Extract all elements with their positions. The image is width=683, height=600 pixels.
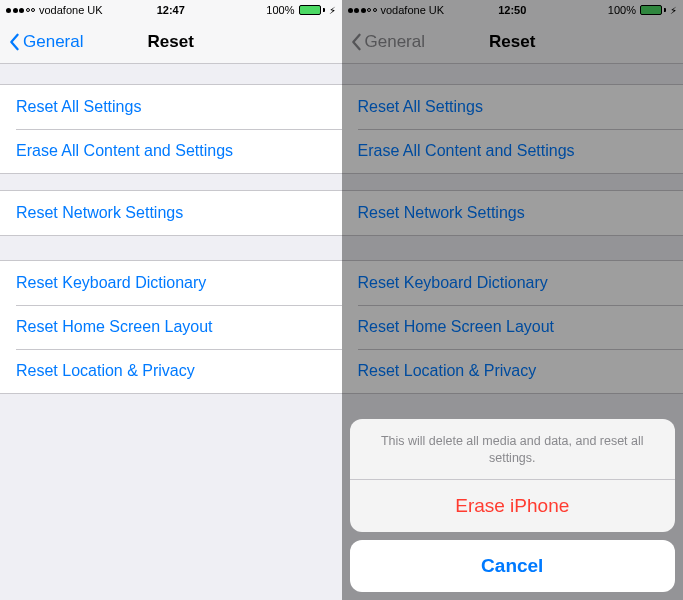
erase-all-content-row[interactable]: Erase All Content and Settings	[342, 129, 684, 173]
action-sheet: This will delete all media and data, and…	[350, 419, 676, 592]
row-label: Reset Location & Privacy	[16, 362, 195, 380]
reset-all-settings-row[interactable]: Reset All Settings	[0, 85, 342, 129]
status-left: vodafone UK	[348, 4, 445, 16]
row-label: Reset Network Settings	[358, 204, 525, 222]
reset-all-settings-row[interactable]: Reset All Settings	[342, 85, 684, 129]
carrier-label: vodafone UK	[39, 4, 103, 16]
section-1: Reset All Settings Erase All Content and…	[342, 84, 684, 174]
action-sheet-group: This will delete all media and data, and…	[350, 419, 676, 532]
status-right: 100% ⚡︎	[266, 4, 335, 16]
section-3: Reset Keyboard Dictionary Reset Home Scr…	[342, 260, 684, 394]
chevron-left-icon	[350, 33, 362, 51]
status-bar: vodafone UK 12:47 100% ⚡︎	[0, 0, 342, 20]
section-3: Reset Keyboard Dictionary Reset Home Scr…	[0, 260, 342, 394]
row-label: Reset Home Screen Layout	[16, 318, 213, 336]
battery-pct-label: 100%	[266, 4, 294, 16]
screenshot-left: vodafone UK 12:47 100% ⚡︎ General Reset …	[0, 0, 342, 600]
clock-label: 12:47	[157, 4, 185, 16]
reset-keyboard-row[interactable]: Reset Keyboard Dictionary	[342, 261, 684, 305]
back-label: General	[23, 32, 83, 52]
reset-home-screen-row[interactable]: Reset Home Screen Layout	[0, 305, 342, 349]
screenshot-right: vodafone UK 12:50 100% ⚡︎ General Reset …	[342, 0, 684, 600]
row-label: Reset All Settings	[358, 98, 483, 116]
nav-bar: General Reset	[0, 20, 342, 64]
clock-label: 12:50	[498, 4, 526, 16]
battery-icon	[299, 5, 325, 15]
row-label: Reset Keyboard Dictionary	[16, 274, 206, 292]
erase-iphone-button[interactable]: Erase iPhone	[350, 480, 676, 532]
chevron-left-icon	[8, 33, 20, 51]
row-label: Reset Keyboard Dictionary	[358, 274, 548, 292]
back-button[interactable]: General	[8, 32, 83, 52]
status-left: vodafone UK	[6, 4, 103, 16]
reset-location-privacy-row[interactable]: Reset Location & Privacy	[342, 349, 684, 393]
cancel-button[interactable]: Cancel	[350, 540, 676, 592]
erase-all-content-row[interactable]: Erase All Content and Settings	[0, 129, 342, 173]
reset-keyboard-row[interactable]: Reset Keyboard Dictionary	[0, 261, 342, 305]
charging-icon: ⚡︎	[670, 5, 677, 16]
row-label: Reset Location & Privacy	[358, 362, 537, 380]
status-bar: vodafone UK 12:50 100% ⚡︎	[342, 0, 684, 20]
row-label: Reset Network Settings	[16, 204, 183, 222]
nav-bar: General Reset	[342, 20, 684, 64]
settings-list: Reset All Settings Erase All Content and…	[0, 64, 342, 600]
page-title: Reset	[148, 32, 194, 52]
battery-icon	[640, 5, 666, 15]
signal-dots-icon	[348, 8, 377, 13]
back-button[interactable]: General	[350, 32, 425, 52]
reset-network-row[interactable]: Reset Network Settings	[0, 191, 342, 235]
action-sheet-message: This will delete all media and data, and…	[350, 419, 676, 480]
row-label: Reset All Settings	[16, 98, 141, 116]
reset-network-row[interactable]: Reset Network Settings	[342, 191, 684, 235]
reset-home-screen-row[interactable]: Reset Home Screen Layout	[342, 305, 684, 349]
status-right: 100% ⚡︎	[608, 4, 677, 16]
back-label: General	[365, 32, 425, 52]
signal-dots-icon	[6, 8, 35, 13]
row-label: Erase All Content and Settings	[358, 142, 575, 160]
reset-location-privacy-row[interactable]: Reset Location & Privacy	[0, 349, 342, 393]
section-2: Reset Network Settings	[342, 190, 684, 236]
section-2: Reset Network Settings	[0, 190, 342, 236]
section-1: Reset All Settings Erase All Content and…	[0, 84, 342, 174]
row-label: Reset Home Screen Layout	[358, 318, 555, 336]
battery-pct-label: 100%	[608, 4, 636, 16]
carrier-label: vodafone UK	[381, 4, 445, 16]
charging-icon: ⚡︎	[329, 5, 336, 16]
row-label: Erase All Content and Settings	[16, 142, 233, 160]
page-title: Reset	[489, 32, 535, 52]
